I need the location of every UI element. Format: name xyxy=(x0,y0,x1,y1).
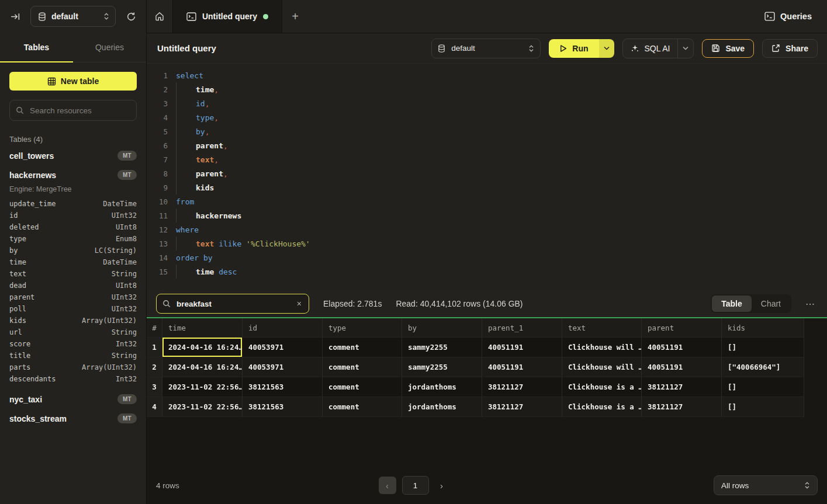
table-list-item[interactable]: cell_towersMT xyxy=(9,146,137,165)
column-row[interactable]: urlString xyxy=(9,326,137,338)
table-cell[interactable]: 38121563 xyxy=(243,377,323,397)
column-row[interactable]: typeEnum8 xyxy=(9,233,137,245)
row-number-cell[interactable]: 2 xyxy=(147,357,162,377)
column-header[interactable]: parent_1 xyxy=(482,318,562,338)
results-search-input[interactable] xyxy=(175,299,291,309)
editor-line[interactable]: 10from xyxy=(147,194,827,208)
sql-ai-options-button[interactable] xyxy=(677,39,693,58)
column-header[interactable]: type xyxy=(323,318,402,338)
editor-line[interactable]: 12where xyxy=(147,223,827,237)
editor-line[interactable]: 5by, xyxy=(147,124,827,138)
editor-line[interactable]: 1select xyxy=(147,68,827,82)
table-cell[interactable]: 38121127 xyxy=(482,377,562,397)
table-cell[interactable]: comment xyxy=(323,338,402,357)
column-header[interactable]: parent xyxy=(642,318,722,338)
column-row[interactable]: update_timeDateTime xyxy=(9,198,137,210)
table-cell[interactable]: Clickhouse is a … xyxy=(562,377,642,397)
next-page-button[interactable]: › xyxy=(435,477,449,494)
table-cell[interactable]: 38121563 xyxy=(243,397,323,417)
sql-editor[interactable]: 1select2time,3id,4type,5by,6parent,7text… xyxy=(147,64,827,290)
column-header[interactable]: # xyxy=(147,318,162,338)
table-cell[interactable]: 2024-04-16 16:24… xyxy=(162,338,243,357)
table-list-item[interactable]: nyc_taxiMT xyxy=(9,390,137,409)
editor-line[interactable]: 13text ilike '%ClickHouse%' xyxy=(147,237,827,251)
table-list-item[interactable]: hackernewsMT xyxy=(9,165,137,185)
table-cell[interactable]: Clickhouse will … xyxy=(562,357,642,377)
column-row[interactable]: deadUInt8 xyxy=(9,280,137,291)
column-row[interactable]: idUInt32 xyxy=(9,210,137,221)
table-cell[interactable]: comment xyxy=(323,397,402,417)
sidebar-tab-queries[interactable]: Queries xyxy=(73,33,146,62)
sidebar-search-input[interactable] xyxy=(29,106,130,116)
editor-line[interactable]: 7text, xyxy=(147,152,827,166)
table-cell[interactable]: 40051191 xyxy=(482,357,562,377)
close-icon[interactable]: × xyxy=(296,299,303,308)
editor-line[interactable]: 9kids xyxy=(147,180,827,194)
table-list-item[interactable]: stocks_streamMT xyxy=(9,409,137,428)
tab-untitled-query[interactable]: Untitled query xyxy=(172,0,282,33)
row-number-cell[interactable]: 1 xyxy=(147,338,162,357)
table-cell[interactable]: sammy2255 xyxy=(402,357,482,377)
table-cell[interactable]: 40051191 xyxy=(642,338,722,357)
column-row[interactable]: byLC(String) xyxy=(9,245,137,256)
results-more-button[interactable]: ⋯ xyxy=(803,298,818,310)
editor-line[interactable]: 15time desc xyxy=(147,265,827,279)
editor-line[interactable]: 14order by xyxy=(147,251,827,265)
column-header[interactable]: kids xyxy=(722,318,804,338)
view-toggle-chart[interactable]: Chart xyxy=(752,296,790,312)
table-cell[interactable]: 40053971 xyxy=(243,357,323,377)
row-number-cell[interactable]: 4 xyxy=(147,397,162,417)
table-cell[interactable]: sammy2255 xyxy=(402,338,482,357)
sidebar-database-select[interactable]: default xyxy=(30,6,116,27)
column-header[interactable]: text xyxy=(562,318,642,338)
sidebar-tab-tables[interactable]: Tables xyxy=(0,33,73,62)
table-cell[interactable]: Clickhouse is a … xyxy=(562,397,642,417)
table-cell[interactable]: [] xyxy=(722,397,804,417)
prev-page-button[interactable]: ‹ xyxy=(379,477,396,494)
sidebar-search[interactable] xyxy=(9,100,137,121)
page-number[interactable]: 1 xyxy=(402,476,429,495)
share-button[interactable]: Share xyxy=(762,39,818,58)
table-cell[interactable]: 40053971 xyxy=(243,338,323,357)
table-cell[interactable]: comment xyxy=(323,377,402,397)
editor-line[interactable]: 11hackernews xyxy=(147,208,827,223)
results-search[interactable]: × xyxy=(156,294,309,314)
column-row[interactable]: textString xyxy=(9,268,137,280)
refresh-icon[interactable] xyxy=(123,8,139,25)
column-row[interactable]: pollUInt32 xyxy=(9,303,137,315)
table-cell[interactable]: 38121127 xyxy=(482,397,562,417)
column-row[interactable]: titleString xyxy=(9,350,137,362)
editor-line[interactable]: 2time, xyxy=(147,82,827,96)
collapse-sidebar-icon[interactable] xyxy=(7,8,23,25)
column-row[interactable]: descendantsInt32 xyxy=(9,373,137,385)
column-header[interactable]: time xyxy=(162,318,243,338)
table-cell[interactable]: comment xyxy=(323,357,402,377)
table-cell[interactable]: 40051191 xyxy=(482,338,562,357)
table-cell[interactable]: 2024-04-16 16:24… xyxy=(162,357,243,377)
column-row[interactable]: timeDateTime xyxy=(9,256,137,268)
run-options-button[interactable] xyxy=(599,39,614,58)
column-header[interactable]: id xyxy=(243,318,323,338)
table-cell[interactable]: Clickhouse will … xyxy=(562,338,642,357)
sql-ai-button[interactable]: SQL AI xyxy=(623,39,678,58)
table-cell[interactable]: 40051191 xyxy=(642,357,722,377)
query-database-select[interactable]: default xyxy=(431,39,541,58)
column-row[interactable]: kidsArray(UInt32) xyxy=(9,315,137,326)
table-cell[interactable]: 2023-11-02 22:56… xyxy=(162,377,243,397)
editor-line[interactable]: 8parent, xyxy=(147,166,827,180)
table-cell[interactable]: jordanthoms xyxy=(402,377,482,397)
editor-line[interactable]: 6parent, xyxy=(147,138,827,152)
table-cell[interactable]: jordanthoms xyxy=(402,397,482,417)
table-cell[interactable]: 38121127 xyxy=(642,377,722,397)
row-number-cell[interactable]: 3 xyxy=(147,377,162,397)
view-toggle-table[interactable]: Table xyxy=(712,296,752,312)
column-row[interactable]: deletedUInt8 xyxy=(9,221,137,233)
editor-line[interactable]: 3id, xyxy=(147,96,827,110)
new-tab-button[interactable]: + xyxy=(282,0,308,33)
table-cell[interactable]: [] xyxy=(722,377,804,397)
column-row[interactable]: scoreInt32 xyxy=(9,338,137,350)
table-cell[interactable]: [] xyxy=(722,338,804,357)
new-table-button[interactable]: New table xyxy=(9,72,137,91)
column-row[interactable]: partsArray(UInt32) xyxy=(9,362,137,373)
page-size-select[interactable]: All rows xyxy=(714,475,818,495)
